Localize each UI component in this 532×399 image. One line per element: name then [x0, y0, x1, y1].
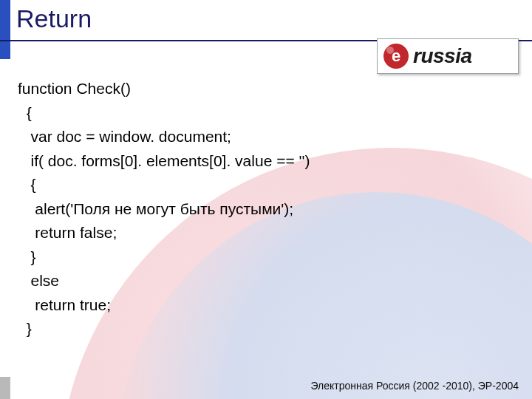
brand-logo: e russia	[377, 38, 519, 74]
left-bottom-stub	[0, 377, 10, 399]
slide-title: Return	[16, 4, 92, 33]
left-accent-bar	[0, 0, 10, 59]
code-block: function Check() { var doc = window. doc…	[18, 77, 310, 341]
logo-e-icon: e	[383, 44, 409, 69]
footer-text: Электронная Россия (2002 -2010), ЭР-2004	[311, 380, 519, 392]
logo-brand-text: russia	[413, 44, 472, 68]
